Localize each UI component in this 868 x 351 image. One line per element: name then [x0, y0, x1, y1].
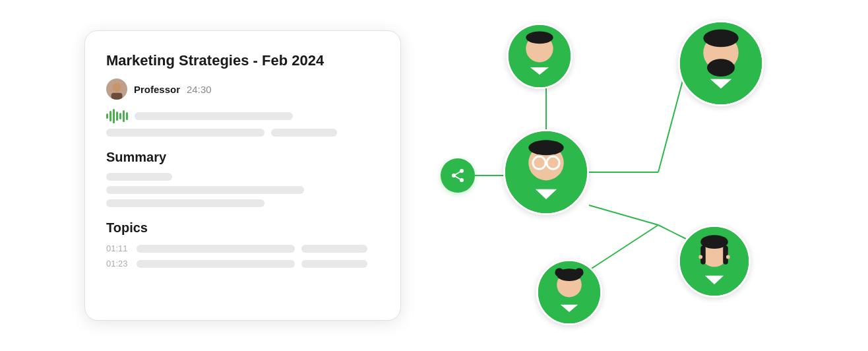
audio-progress-bar: [135, 112, 293, 120]
svg-point-20: [703, 29, 738, 47]
svg-point-16: [526, 31, 553, 44]
share-icon: [450, 168, 466, 183]
avatar-node-1: [507, 23, 573, 89]
content-card: Marketing Strategies - Feb 2024 Professo…: [84, 30, 401, 321]
professor-avatar: [106, 79, 127, 100]
meta-row: Professor 24:30: [106, 79, 379, 100]
svg-rect-34: [723, 245, 728, 264]
svg-point-2: [460, 169, 464, 173]
waveform-icon: [106, 109, 128, 123]
svg-line-10: [658, 73, 685, 172]
card-title: Marketing Strategies - Feb 2024: [106, 52, 379, 69]
share-button[interactable]: [441, 158, 475, 193]
svg-point-42: [574, 268, 583, 276]
svg-point-0: [112, 83, 121, 92]
svg-line-6: [456, 172, 460, 175]
audio-row: [106, 109, 379, 123]
summary-skeleton-2: [106, 186, 379, 194]
topic-row-2: 01:23: [106, 259, 379, 269]
svg-point-21: [707, 59, 735, 77]
topic-row-1: 01:11: [106, 243, 379, 253]
svg-point-36: [698, 255, 702, 259]
network-graph: [401, 14, 784, 337]
avatar-node-5: [536, 259, 602, 325]
svg-line-5: [456, 177, 460, 179]
svg-point-3: [452, 174, 456, 177]
avatar-node-2: [678, 20, 764, 106]
summary-skeleton-3: [106, 199, 379, 207]
topics-title: Topics: [106, 220, 379, 236]
svg-rect-1: [111, 93, 123, 100]
svg-point-4: [460, 178, 464, 182]
summary-title: Summary: [106, 150, 379, 165]
svg-point-37: [726, 255, 730, 259]
topic-time-1: 01:11: [106, 243, 130, 253]
svg-line-11: [589, 205, 658, 225]
svg-point-41: [555, 268, 563, 276]
main-container: Marketing Strategies - Feb 2024 Professo…: [18, 14, 850, 337]
topic-time-2: 01:23: [106, 259, 130, 269]
svg-line-13: [582, 225, 658, 274]
recording-time: 24:30: [187, 84, 212, 95]
svg-point-25: [528, 140, 563, 155]
avatar-node-3: [503, 129, 589, 215]
summary-skeleton-1: [106, 173, 379, 181]
skeleton-row-1: [106, 129, 379, 137]
avatar-node-4: [678, 225, 751, 298]
professor-name: Professor: [134, 84, 180, 95]
svg-rect-33: [700, 245, 706, 264]
